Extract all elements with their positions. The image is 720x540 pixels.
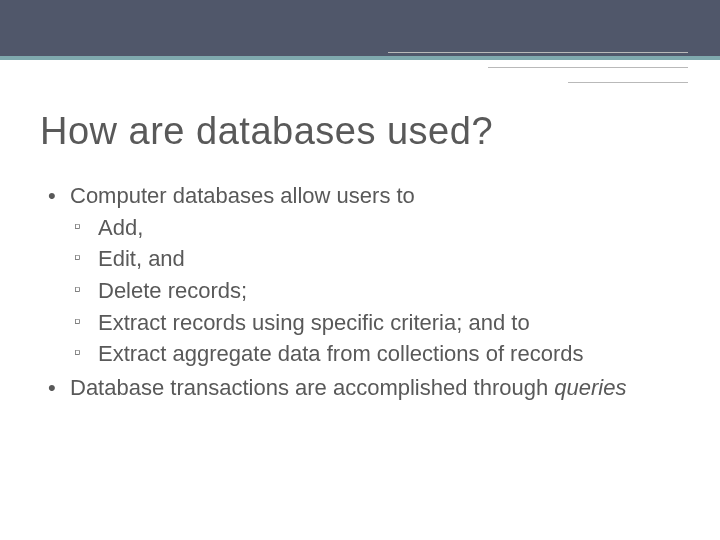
sub-bullet-text: Add, — [98, 215, 143, 240]
bullet-text-prefix: Database transactions are accomplished t… — [70, 375, 554, 400]
main-bullet-list: Computer databases allow users to Add, E… — [40, 181, 680, 403]
decorative-lines — [388, 38, 688, 83]
sub-bullet-item: Add, — [70, 213, 680, 243]
sub-bullet-item: Extract aggregate data from collections … — [70, 339, 680, 369]
slide-content: How are databases used? Computer databas… — [40, 110, 680, 407]
sub-bullet-item: Delete records; — [70, 276, 680, 306]
bullet-text: Computer databases allow users to — [70, 183, 415, 208]
sub-bullet-item: Edit, and — [70, 244, 680, 274]
bullet-item: Database transactions are accomplished t… — [40, 373, 680, 403]
bullet-item: Computer databases allow users to Add, E… — [40, 181, 680, 369]
sub-bullet-item: Extract records using specific criteria;… — [70, 308, 680, 338]
slide-title: How are databases used? — [40, 110, 680, 153]
sub-bullet-list: Add, Edit, and Delete records; Extract r… — [70, 213, 680, 369]
sub-bullet-text: Extract aggregate data from collections … — [98, 341, 583, 366]
sub-bullet-text: Extract records using specific criteria;… — [98, 310, 530, 335]
sub-bullet-text: Delete records; — [98, 278, 247, 303]
bullet-text-emphasis: queries — [554, 375, 626, 400]
sub-bullet-text: Edit, and — [98, 246, 185, 271]
